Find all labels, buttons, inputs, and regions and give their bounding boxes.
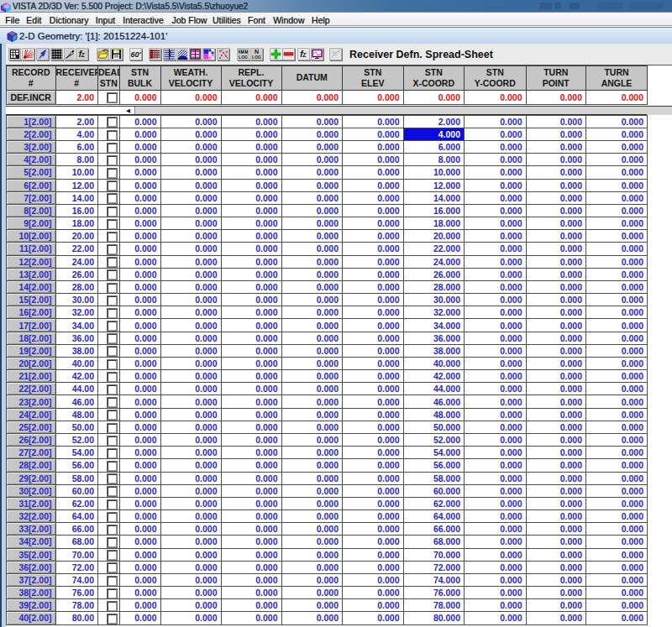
svg-text:N: N	[254, 49, 258, 55]
svg-text:LOG: LOG	[239, 55, 248, 60]
svg-text:LOG: LOG	[252, 55, 261, 60]
